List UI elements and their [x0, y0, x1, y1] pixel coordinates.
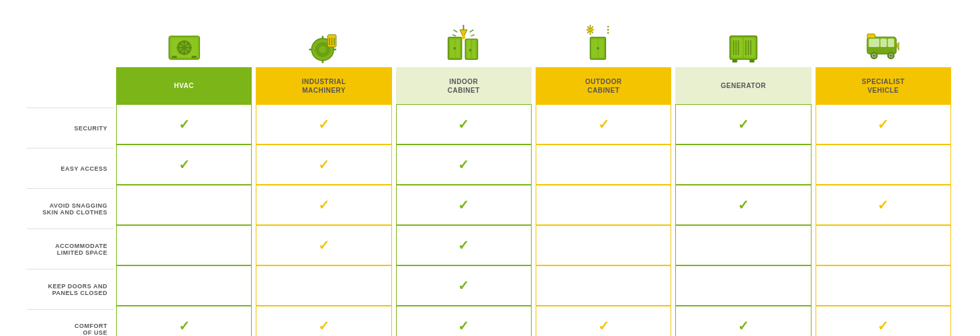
cell-0-0: ✓ — [116, 104, 252, 144]
row-label-4: KEEP DOORS ANDPANELS CLOSED — [27, 269, 114, 309]
checkmark-1-2: ✓ — [458, 157, 469, 173]
cell-4-1 — [256, 265, 391, 306]
col-icon-generator — [725, 13, 762, 67]
svg-rect-8 — [172, 56, 177, 58]
checkmark-5-0: ✓ — [179, 318, 190, 334]
cell-3-4 — [675, 225, 811, 265]
col-header-hvac: HVAC — [116, 13, 252, 104]
col-header-specialist: SPECIALISTVEHICLE — [816, 13, 951, 104]
col-header-generator: GENERATOR — [675, 13, 811, 104]
data-row-0: ✓✓✓✓✓✓ — [114, 104, 953, 144]
row-label-3: ACCOMMODATELIMITED SPACE — [27, 228, 114, 269]
checkmark-5-4: ✓ — [738, 318, 749, 334]
cell-0-3: ✓ — [536, 104, 671, 144]
cell-1-2: ✓ — [396, 144, 532, 185]
cell-1-3 — [536, 144, 671, 185]
row-label-1: EASY ACCESS — [27, 148, 114, 188]
svg-line-30 — [452, 35, 456, 36]
col-icon-outdoor — [585, 13, 622, 67]
data-row-1: ✓✓✓ — [114, 144, 953, 185]
col-header-indoor: INDOORCABINET — [396, 13, 532, 104]
cell-5-5: ✓ — [816, 306, 951, 336]
checkmark-5-3: ✓ — [598, 318, 609, 334]
svg-rect-37 — [591, 39, 597, 58]
col-icon-hvac — [166, 13, 203, 67]
svg-point-46 — [589, 29, 591, 32]
cell-2-5: ✓ — [816, 185, 951, 225]
svg-point-27 — [462, 36, 466, 40]
checkmark-0-3: ✓ — [598, 116, 609, 132]
checkmark-2-2: ✓ — [458, 197, 469, 213]
cell-5-3: ✓ — [536, 306, 671, 336]
row-labels: SECURITYEASY ACCESSAVOID SNAGGINGSKIN AN… — [27, 108, 114, 336]
cell-3-5 — [816, 225, 951, 265]
svg-point-48 — [607, 29, 609, 31]
row-label-5: COMFORTOF USE — [27, 309, 114, 336]
checkmark-3-2: ✓ — [458, 237, 469, 253]
col-title-specialist: SPECIALISTVEHICLE — [816, 67, 951, 104]
col-title-indoor: INDOORCABINET — [396, 67, 532, 104]
cell-2-3 — [536, 185, 671, 225]
svg-point-71 — [890, 54, 892, 56]
svg-point-49 — [607, 26, 609, 28]
cell-0-2: ✓ — [396, 104, 532, 144]
cell-5-2: ✓ — [396, 306, 532, 336]
cell-1-1: ✓ — [256, 144, 391, 185]
cell-4-2: ✓ — [396, 265, 532, 306]
data-row-4: ✓ — [114, 265, 953, 306]
cell-0-1: ✓ — [256, 104, 391, 144]
col-icon-indoor — [445, 13, 482, 67]
cell-2-0 — [116, 185, 252, 225]
svg-rect-62 — [869, 39, 880, 48]
svg-rect-64 — [888, 39, 894, 48]
cell-5-0: ✓ — [116, 306, 252, 336]
cell-1-5 — [816, 144, 951, 185]
checkmark-3-1: ✓ — [318, 237, 330, 253]
data-row-5: ✓✓✓✓✓✓ — [114, 306, 953, 336]
checkmark-2-4: ✓ — [738, 197, 749, 213]
checkmark-0-2: ✓ — [458, 116, 469, 132]
svg-point-24 — [454, 47, 456, 50]
cell-2-1: ✓ — [256, 185, 391, 225]
svg-point-12 — [319, 46, 326, 53]
comparison-table-wrapper: SECURITYEASY ACCESSAVOID SNAGGINGSKIN AN… — [0, 0, 980, 336]
cell-3-1: ✓ — [256, 225, 391, 265]
cell-4-4 — [675, 265, 811, 306]
checkmark-2-5: ✓ — [877, 197, 889, 213]
checkmark-0-0: ✓ — [179, 116, 190, 132]
row-label-0: SECURITY — [27, 108, 114, 148]
checkmark-5-1: ✓ — [318, 318, 330, 334]
checkmark-5-2: ✓ — [458, 318, 469, 334]
col-icon-specialist — [865, 13, 901, 67]
cell-1-0: ✓ — [116, 144, 252, 185]
cell-3-0 — [116, 225, 252, 265]
cell-2-2: ✓ — [396, 185, 532, 225]
svg-rect-63 — [881, 39, 887, 48]
cell-0-4: ✓ — [675, 104, 811, 144]
row-label-2: AVOID SNAGGINGSKIN AND CLOTHES — [27, 188, 114, 228]
svg-point-35 — [469, 49, 472, 52]
checkmark-5-5: ✓ — [877, 318, 889, 334]
cell-3-2: ✓ — [396, 225, 532, 265]
col-title-industrial: INDUSTRIALMACHINERY — [256, 67, 391, 104]
col-header-outdoor: OUTDOORCABINET — [536, 13, 671, 104]
cell-5-1: ✓ — [256, 306, 391, 336]
data-row-3: ✓✓ — [114, 225, 953, 265]
data-row-2: ✓✓✓✓ — [114, 185, 953, 225]
cell-2-4: ✓ — [675, 185, 811, 225]
cell-5-4: ✓ — [675, 306, 811, 336]
svg-line-28 — [454, 30, 458, 32]
svg-line-31 — [471, 35, 475, 36]
checkmark-0-5: ✓ — [877, 116, 889, 132]
checkmark-1-0: ✓ — [179, 157, 190, 173]
cell-0-5: ✓ — [816, 104, 951, 144]
checkmark-4-2: ✓ — [458, 278, 469, 294]
cell-4-5 — [816, 265, 951, 306]
cell-4-0 — [116, 265, 252, 306]
svg-point-39 — [597, 47, 599, 50]
grid-area: HVAC INDUSTRIALMACHINERY — [114, 13, 953, 336]
svg-line-29 — [470, 30, 474, 32]
checkmark-0-4: ✓ — [738, 116, 749, 132]
col-title-generator: GENERATOR — [675, 67, 811, 104]
checkmark-2-1: ✓ — [318, 197, 330, 213]
